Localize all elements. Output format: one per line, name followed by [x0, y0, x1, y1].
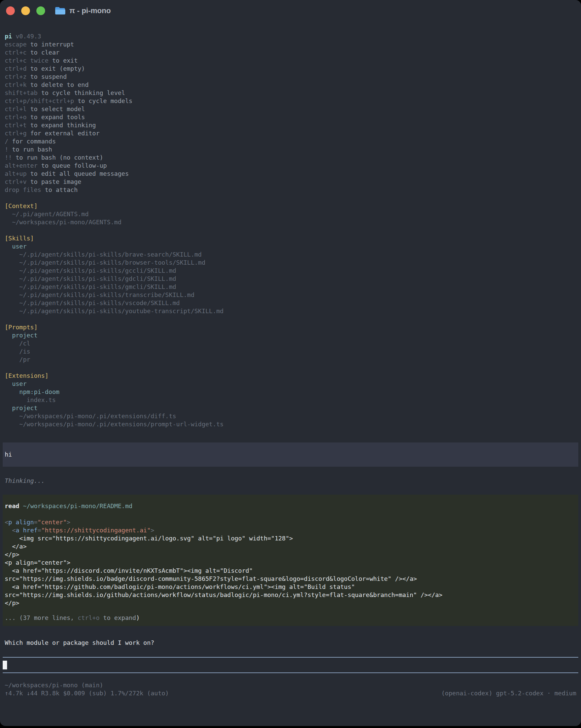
- shortcut-line: ctrl+z to suspend: [5, 73, 576, 81]
- shortcut-line: ctrl+k to delete to end: [5, 81, 576, 89]
- extensions-section: [Extensions] usernpm:pi-doomindex.tsproj…: [0, 372, 581, 428]
- model-indicator: (openai-codex) gpt-5.2-codex · medium: [441, 689, 576, 697]
- shortcut-desc: to suspend: [30, 73, 67, 80]
- extension-row: ~/workspaces/pi-mono/.pi/extensions/prom…: [5, 420, 576, 428]
- intro-block: pi v0.49.3 escape to interruptctrl+c to …: [0, 32, 581, 194]
- shortcut-key: alt+up: [5, 170, 27, 177]
- code-line: <img src="https://shittycodingagent.ai/l…: [5, 535, 576, 543]
- shortcut-line: alt+up to edit all queued messages: [5, 170, 576, 178]
- skill-row: ~/.pi/agent/skills/pi-skills/transcribe/…: [5, 291, 576, 299]
- shortcut-line: ctrl+c to clear: [5, 49, 576, 57]
- terminal-window: π - pi-mono pi v0.49.3 escape to interru…: [0, 0, 581, 726]
- shortcut-list: escape to interruptctrl+c to clearctrl+c…: [5, 41, 576, 194]
- shortcut-key: !: [5, 146, 8, 153]
- usage-stats: ↑4.7k ↓44 R3.8k $0.009 (sub) 1.7%/272k (…: [5, 689, 169, 697]
- skill-row: ~/.pi/agent/skills/pi-skills/gccli/SKILL…: [5, 267, 576, 275]
- shortcut-line: !! to run bash (no context): [5, 154, 576, 162]
- text-cursor: [3, 661, 7, 669]
- shortcut-desc: to clear: [30, 49, 59, 56]
- shortcut-key: shift+tab: [5, 89, 38, 96]
- shortcut-line: ctrl+g for external editor: [5, 129, 576, 137]
- app-version-line: pi v0.49.3: [5, 32, 576, 41]
- tool-output-block: read ~/workspaces/pi-mono/README.md <p a…: [3, 495, 578, 626]
- extension-row: ~/workspaces/pi-mono/.pi/extensions/diff…: [5, 412, 576, 420]
- code-line: <p align="center">: [5, 518, 576, 526]
- section-header-skills: [Skills]: [5, 234, 576, 242]
- shortcut-desc: to edit all queued messages: [30, 170, 129, 177]
- window-title: π - pi-mono: [69, 6, 111, 15]
- shortcut-line: escape to interrupt: [5, 41, 576, 49]
- prompt-row: project: [5, 331, 576, 339]
- thinking-indicator: Thinking...: [5, 477, 576, 485]
- close-button[interactable]: [6, 6, 15, 15]
- folder-icon: [55, 6, 65, 15]
- shortcut-desc: to cycle models: [78, 97, 133, 104]
- status-row: ↑4.7k ↓44 R3.8k $0.009 (sub) 1.7%/272k (…: [5, 689, 576, 697]
- shortcut-key: ctrl+o: [5, 113, 27, 121]
- shortcut-desc: to paste image: [30, 178, 81, 185]
- shortcut-line: ctrl+v to paste image: [5, 178, 576, 186]
- shortcut-line: ctrl+d to exit (empty): [5, 64, 576, 73]
- shortcut-key: /: [5, 138, 8, 145]
- code-line: </a>: [5, 543, 576, 550]
- minimize-button[interactable]: [21, 6, 30, 15]
- shortcut-line: ctrl+l to select model: [5, 105, 576, 113]
- app-version: v0.49.3: [16, 33, 42, 40]
- shortcut-key: ctrl+c: [5, 49, 27, 56]
- shortcut-key: ctrl+l: [5, 105, 27, 112]
- skill-row: ~/.pi/agent/skills/pi-skills/brave-searc…: [5, 251, 576, 259]
- shortcut-desc: to expand tools: [30, 113, 85, 121]
- shortcut-line: shift+tab to cycle thinking level: [5, 89, 576, 97]
- extensions-rows: usernpm:pi-doomindex.tsproject~/workspac…: [5, 380, 576, 428]
- shortcut-key: ctrl+d: [5, 65, 27, 72]
- prompt-input[interactable]: [3, 657, 578, 673]
- context-rows: ~/.pi/agent/AGENTS.md~/workspaces/pi-mon…: [5, 210, 576, 226]
- shortcut-desc: to exit: [52, 57, 78, 64]
- shortcut-line: ctrl+c twice to exit: [5, 57, 576, 64]
- shortcut-key: ctrl+t: [5, 122, 27, 129]
- shortcut-desc: to interrupt: [30, 41, 74, 48]
- tool-command-line: read ~/workspaces/pi-mono/README.md: [5, 502, 576, 510]
- shortcut-desc: to exit (empty): [30, 65, 85, 72]
- shortcut-desc: to cycle thinking level: [41, 89, 125, 96]
- skill-row: ~/.pi/agent/skills/pi-skills/vscode/SKIL…: [5, 299, 576, 307]
- shortcut-line: / for commands: [5, 137, 576, 146]
- extension-row: project: [5, 404, 576, 412]
- truncation-note[interactable]: ... (37 more lines, ctrl+o to expand): [5, 614, 576, 622]
- skill-row: ~/.pi/agent/skills/pi-skills/youtube-tra…: [5, 307, 576, 315]
- shortcut-key: !!: [5, 154, 12, 161]
- extension-row: user: [5, 380, 576, 388]
- shortcut-key: alt+enter: [5, 162, 38, 169]
- code-line: <a href="https://github.com/badlogic/pi-…: [5, 583, 576, 591]
- assistant-question: Which module or package should I work on…: [5, 639, 576, 647]
- terminal-content: pi v0.49.3 escape to interruptctrl+c to …: [0, 22, 581, 697]
- shortcut-line: ! to run bash: [5, 146, 576, 154]
- section-header-context: [Context]: [5, 202, 576, 210]
- shortcut-key: ctrl+c twice: [5, 57, 49, 64]
- context-path: ~/workspaces/pi-mono/AGENTS.md: [5, 218, 576, 226]
- status-bar: ~/workspaces/pi-mono (main) ↑4.7k ↓44 R3…: [5, 681, 576, 697]
- traffic-lights: [6, 6, 45, 15]
- shortcut-key: ctrl+z: [5, 73, 27, 80]
- skill-row: ~/.pi/agent/skills/pi-skills/gmcli/SKILL…: [5, 283, 576, 291]
- zoom-button[interactable]: [36, 6, 45, 15]
- skills-rows: user~/.pi/agent/skills/pi-skills/brave-s…: [5, 242, 576, 315]
- user-message-band: hi: [3, 442, 578, 467]
- extension-row: npm:pi-doom: [5, 388, 576, 396]
- shortcut-key: escape: [5, 41, 27, 48]
- skills-section: [Skills] user~/.pi/agent/skills/pi-skill…: [0, 234, 581, 315]
- shortcut-desc: for external editor: [30, 130, 100, 137]
- shortcut-key: ctrl+p/shift+ctrl+p: [5, 97, 74, 104]
- shortcut-desc: to attach: [45, 186, 78, 193]
- code-line: </p>: [5, 550, 576, 558]
- skill-row: ~/.pi/agent/skills/pi-skills/gdcli/SKILL…: [5, 275, 576, 283]
- shortcut-desc: to delete to end: [30, 81, 88, 88]
- shortcut-key: ctrl+g: [5, 130, 27, 137]
- titlebar: π - pi-mono: [0, 0, 581, 22]
- code-preview: <p align="center"> <a href="https://shit…: [5, 518, 576, 607]
- shortcut-key: ctrl+v: [5, 178, 27, 185]
- code-line: src="https://img.shields.io/github/actio…: [5, 591, 576, 599]
- prompts-section: [Prompts] project/cl/is/pr: [0, 323, 581, 364]
- prompt-row: /pr: [5, 356, 576, 364]
- shortcut-desc: to queue follow-up: [41, 162, 107, 169]
